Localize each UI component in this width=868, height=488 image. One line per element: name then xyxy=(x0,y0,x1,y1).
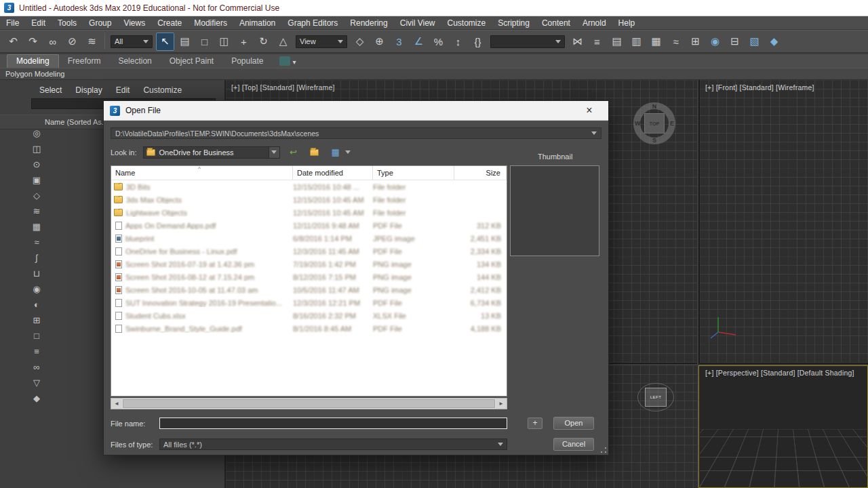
column-header-name[interactable]: Name xyxy=(111,166,293,180)
pick-material-icon[interactable]: ◆ xyxy=(30,391,43,405)
menu-item[interactable]: Group xyxy=(83,16,117,30)
selection-filter-combo[interactable]: All xyxy=(111,35,153,48)
display-materials-icon[interactable]: ◉ xyxy=(30,282,43,296)
grid-helper-gizmo[interactable]: LEFT xyxy=(636,382,675,413)
viewcube-south[interactable]: S xyxy=(652,137,656,144)
up-one-level-button[interactable] xyxy=(307,146,322,159)
file-row[interactable]: Swinburne_Brand_Style_Guide.pdf 8/1/2016… xyxy=(111,322,507,335)
select-and-manipulate-icon[interactable]: ◇ xyxy=(351,33,369,51)
edit-named-selection-sets-icon[interactable]: {} xyxy=(469,33,487,51)
viewport-top-label[interactable]: [+] [Top] [Standard] [Wireframe] xyxy=(231,83,335,92)
select-by-name-icon[interactable]: ▤ xyxy=(176,33,194,51)
file-row[interactable]: Screen Shot 2016-07-19 at 1.42.36 pm 7/1… xyxy=(111,258,507,270)
angle-snap-icon[interactable]: ∠ xyxy=(410,33,428,51)
file-row[interactable]: Apps On Demand Apps.pdf 12/11/2016 9:48 … xyxy=(111,219,507,232)
files-of-type-combo[interactable]: All files (*.*) xyxy=(159,439,507,450)
polygon-modeling-panel-label[interactable]: Polygon Modeling xyxy=(5,70,64,78)
resize-grip[interactable] xyxy=(600,447,607,453)
toggle-layer-explorer-icon[interactable]: ▥ xyxy=(627,33,646,51)
view-menu-button[interactable]: ▦ xyxy=(328,146,343,159)
explorer-menu-item[interactable]: Customize xyxy=(143,85,182,95)
ribbon-config-icon[interactable] xyxy=(279,56,290,66)
named-selection-combo[interactable] xyxy=(490,35,565,48)
explorer-menu-item[interactable]: Display xyxy=(75,85,102,95)
file-row[interactable]: Student Cubs.xlsx 8/16/2016 2:32 PM XLSX… xyxy=(111,309,507,322)
bind-to-space-warp-icon[interactable]: ≋ xyxy=(83,33,101,51)
reference-coordinate-combo[interactable]: View xyxy=(296,35,347,48)
keyboard-override-icon[interactable]: ⊕ xyxy=(370,33,389,51)
select-object-icon[interactable]: ↖ xyxy=(156,33,174,51)
viewport-front-label[interactable]: [+] [Front] [Standard] [Wireframe] xyxy=(705,83,814,92)
mirror-icon[interactable]: ⋈ xyxy=(568,33,587,51)
ribbon-tab[interactable]: Freeform xyxy=(59,55,110,68)
rendered-frame-window-icon[interactable]: ▧ xyxy=(745,33,764,51)
menu-item[interactable]: Civil View xyxy=(394,16,441,30)
display-children-icon[interactable]: ◫ xyxy=(30,142,43,155)
percent-snap-icon[interactable]: % xyxy=(429,33,448,51)
ribbon-tab[interactable]: Selection xyxy=(109,55,160,68)
new-layer-icon[interactable]: ⊞ xyxy=(30,313,43,327)
unlink-selection-icon[interactable]: ⊘ xyxy=(63,33,81,51)
menu-item[interactable]: File xyxy=(0,16,25,30)
schematic-view-icon[interactable]: ⊞ xyxy=(686,33,705,51)
redo-icon[interactable]: ↷ xyxy=(24,33,42,51)
display-none-icon[interactable]: ◎ xyxy=(30,126,43,140)
file-row[interactable]: Lightwave Objects 12/15/2016 10:45 AM Fi… xyxy=(111,206,507,219)
link-objects-icon[interactable]: ∞ xyxy=(30,360,43,373)
file-row[interactable]: Screen Shot 2016-10-05 at 11.47.03 am 10… xyxy=(111,283,507,296)
viewport-perspective[interactable]: [+] [Perspective] [Standard] [Default Sh… xyxy=(698,365,868,488)
file-row[interactable]: 3ds Max Objects 12/15/2016 10:45 AM File… xyxy=(111,193,507,206)
viewport-perspective-label[interactable]: [+] [Perspective] [Standard] [Default Sh… xyxy=(705,369,854,377)
display-geometry-icon[interactable]: ▦ xyxy=(30,220,43,233)
column-header-size[interactable]: Size xyxy=(454,166,507,180)
menu-item[interactable]: Edit xyxy=(25,16,52,30)
viewcube-top-face[interactable]: TOP xyxy=(644,113,665,134)
menu-item[interactable]: Help xyxy=(612,16,642,30)
display-lights-icon[interactable]: ⊙ xyxy=(30,157,43,171)
align-icon[interactable]: ≡ xyxy=(588,33,606,51)
display-shapes-icon[interactable]: ≈ xyxy=(30,235,43,249)
object-properties-icon[interactable]: ≡ xyxy=(30,344,43,358)
menu-item[interactable]: Graph Editors xyxy=(281,16,344,30)
window-crossing-icon[interactable]: ◫ xyxy=(215,33,233,51)
display-visibility-icon[interactable]: ◐ xyxy=(30,298,43,311)
viewcube-north[interactable]: N xyxy=(652,103,657,110)
select-and-move-icon[interactable]: + xyxy=(235,33,253,51)
curve-editor-icon[interactable]: ≈ xyxy=(667,33,685,51)
menu-item[interactable]: Arnold xyxy=(576,16,612,30)
ribbon-tab[interactable]: Populate xyxy=(222,55,272,68)
look-in-dropdown-button[interactable] xyxy=(269,147,279,158)
file-row[interactable]: Screen Shot 2016-08-12 at 7.15.24 pm 8/1… xyxy=(111,270,507,283)
menu-item[interactable]: Modifiers xyxy=(188,16,233,30)
menu-item[interactable]: Customize xyxy=(441,16,492,30)
ribbon-tab[interactable]: Object Paint xyxy=(161,55,222,68)
path-combo[interactable]: D:\VolatileData\Profiles\TEMP.SWIN\Docum… xyxy=(111,127,601,139)
cancel-button[interactable]: Cancel xyxy=(553,438,594,451)
file-name-input[interactable] xyxy=(159,418,507,429)
open-button[interactable]: Open xyxy=(553,417,594,430)
close-icon[interactable]: × xyxy=(576,101,602,121)
new-group-icon[interactable]: □ xyxy=(30,329,43,342)
display-helpers-icon[interactable]: ◇ xyxy=(30,188,43,202)
scroll-right-icon[interactable]: ► xyxy=(496,399,507,409)
display-space-warps-icon[interactable]: ≋ xyxy=(30,204,43,218)
file-row[interactable]: OneDrive for Business - Linux.pdf 12/3/2… xyxy=(111,245,507,258)
menu-item[interactable]: Views xyxy=(117,16,151,30)
filter-icon[interactable]: ▽ xyxy=(30,375,43,389)
render-production-icon[interactable]: ◆ xyxy=(765,33,783,51)
display-containers-icon[interactable]: ⊔ xyxy=(30,266,43,280)
menu-item[interactable]: Scripting xyxy=(492,16,536,30)
column-header-type[interactable]: Type xyxy=(373,166,454,180)
viewcube-west[interactable]: W xyxy=(635,120,641,127)
dialog-titlebar[interactable]: 3 Open File × xyxy=(104,101,608,121)
file-row[interactable]: 3D Bits 12/15/2016 10:48 ... File folder xyxy=(111,180,507,193)
rectangular-selection-region-icon[interactable]: □ xyxy=(195,33,214,51)
explorer-menu-item[interactable]: Edit xyxy=(116,85,130,95)
scrollbar-thumb[interactable] xyxy=(123,399,495,408)
scroll-left-icon[interactable]: ◄ xyxy=(111,399,122,409)
menu-item[interactable]: Rendering xyxy=(344,16,393,30)
menu-item[interactable]: Tools xyxy=(52,16,83,30)
look-in-combo[interactable]: OneDrive for Business xyxy=(143,146,280,159)
toggle-ribbon-icon[interactable]: ▦ xyxy=(647,33,665,51)
render-setup-icon[interactable]: ⊟ xyxy=(726,33,744,51)
